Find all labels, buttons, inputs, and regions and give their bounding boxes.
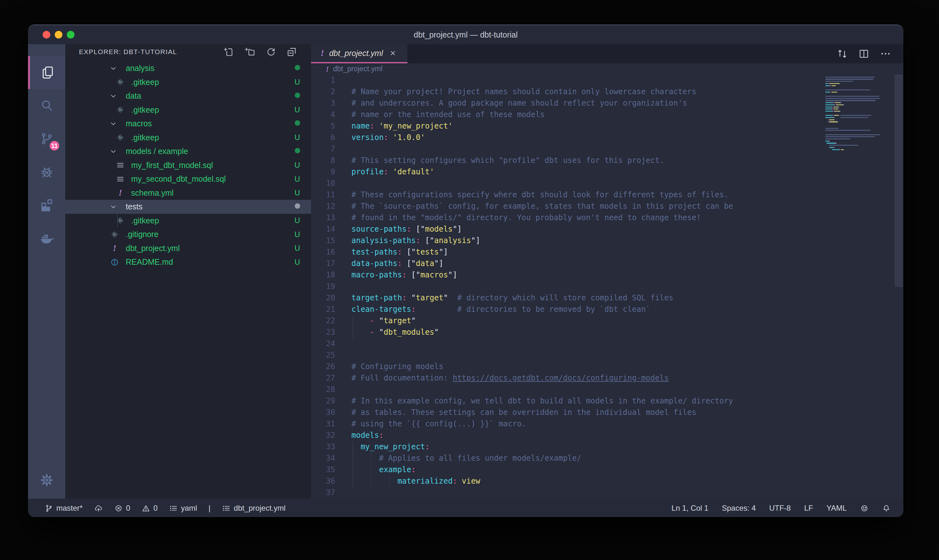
tree-folder-macros[interactable]: macros bbox=[65, 117, 311, 131]
tree-folder-tests[interactable]: tests bbox=[65, 200, 311, 214]
line-number: 3 bbox=[311, 97, 335, 109]
minimap-line bbox=[825, 149, 844, 150]
close-tab-icon[interactable]: × bbox=[390, 48, 396, 58]
status-publish[interactable] bbox=[94, 504, 103, 512]
tree-item-label: .gitkeep bbox=[131, 133, 159, 142]
line-number: 36 bbox=[311, 475, 335, 487]
line-number: 14 bbox=[311, 223, 335, 235]
new-file-button[interactable] bbox=[223, 47, 234, 57]
minimap[interactable] bbox=[825, 74, 892, 265]
status-bar: master*00yaml|dbt_project.yml Ln 1, Col … bbox=[28, 498, 904, 517]
branch-icon bbox=[45, 504, 53, 512]
activity-item-source-control[interactable]: 11 bbox=[28, 122, 65, 155]
warning-icon bbox=[142, 504, 150, 512]
line-number: 19 bbox=[311, 281, 335, 292]
minimap-line bbox=[825, 147, 834, 148]
source-control-badge: 11 bbox=[49, 140, 60, 151]
code-line-21: 21clean-targets: # directories to be rem… bbox=[311, 303, 904, 315]
collapse-all-button[interactable] bbox=[286, 47, 297, 57]
code-line-35: 35 example: bbox=[311, 464, 904, 475]
line-number: 25 bbox=[311, 349, 335, 361]
tree-folder-data[interactable]: data bbox=[65, 89, 311, 103]
minimap-line bbox=[825, 96, 879, 97]
status-notifications[interactable] bbox=[882, 504, 891, 512]
code-line-32: 32models: bbox=[311, 429, 904, 441]
tree-file-my-second-dbt-model-sql[interactable]: my_second_dbt_model.sqlU bbox=[65, 172, 311, 186]
new-folder-button[interactable] bbox=[245, 47, 255, 57]
status-file-status[interactable]: dbt_project.yml bbox=[222, 504, 286, 512]
activity-item-explorer[interactable] bbox=[28, 56, 65, 89]
code-line-9: 9profile: 'default' bbox=[311, 166, 904, 177]
status-feedback[interactable] bbox=[860, 504, 869, 512]
debug-icon bbox=[40, 165, 54, 179]
tree-file--gitkeep[interactable]: .gitkeepU bbox=[65, 131, 311, 145]
tree-file--gitkeep[interactable]: .gitkeepU bbox=[65, 75, 311, 89]
tree-file--gitkeep[interactable]: .gitkeepU bbox=[65, 214, 311, 228]
git-file-icon bbox=[110, 230, 119, 239]
sql-file-icon bbox=[116, 175, 125, 184]
minimap-line bbox=[825, 134, 880, 135]
tree-file-readme-md[interactable]: README.mdU bbox=[65, 255, 311, 269]
line-number: 13 bbox=[311, 212, 335, 223]
code-line-13: 13# found in the "models/" directory. Yo… bbox=[311, 212, 904, 223]
more-actions-button[interactable] bbox=[880, 48, 891, 60]
chevron-down-icon bbox=[109, 147, 117, 155]
minimap-line bbox=[825, 83, 840, 84]
code-editor[interactable]: 12# Name your project! Project names sho… bbox=[311, 74, 904, 498]
line-number: 29 bbox=[311, 395, 335, 407]
breadcrumb[interactable]: ! dbt_project.yml bbox=[311, 63, 904, 74]
tree-file-schema-yml[interactable]: !schema.ymlU bbox=[65, 186, 311, 200]
activity-item-search[interactable] bbox=[28, 89, 65, 122]
compare-icon bbox=[836, 48, 848, 60]
activity-item-debug[interactable] bbox=[28, 155, 65, 188]
code-line-30: 30# as tables. These settings can be ove… bbox=[311, 407, 904, 418]
line-number: 21 bbox=[311, 303, 335, 315]
status-warnings[interactable]: 0 bbox=[142, 504, 157, 512]
activity-item-extensions[interactable] bbox=[28, 188, 65, 222]
git-untracked-badge: U bbox=[292, 133, 303, 142]
split-editor-button[interactable] bbox=[858, 48, 870, 60]
code-line-28: 28 bbox=[311, 384, 904, 395]
collapse-all-icon bbox=[286, 47, 297, 57]
gear-icon bbox=[40, 473, 54, 488]
cloud-up-icon bbox=[94, 504, 103, 512]
status-yaml-status[interactable]: yaml bbox=[169, 504, 197, 512]
file-type-icon bbox=[115, 105, 125, 115]
tree-folder-models-example[interactable]: models / example bbox=[65, 145, 311, 158]
git-untracked-badge: U bbox=[292, 175, 303, 184]
code-line-27: 27# Full documentation: https://docs.get… bbox=[311, 372, 904, 384]
yaml-warning-icon: ! bbox=[113, 243, 117, 253]
code-line-31: 31# using the `{{ config(...) }}` macro. bbox=[311, 418, 904, 429]
status-git-branch[interactable]: master* bbox=[45, 504, 83, 512]
tree-item-label: tests bbox=[126, 202, 143, 211]
explorer-title: EXPLORER: DBT-TUTORIAL bbox=[79, 48, 223, 56]
tab-dbt-project-yml[interactable]: ! dbt_project.yml × bbox=[311, 44, 408, 63]
activity-item-docker[interactable] bbox=[28, 222, 65, 255]
status-indentation[interactable]: Spaces: 4 bbox=[722, 504, 756, 512]
tree-file--gitignore[interactable]: .gitignoreU bbox=[65, 228, 311, 242]
line-number: 28 bbox=[311, 384, 335, 395]
tree-file--gitkeep[interactable]: .gitkeepU bbox=[65, 103, 311, 117]
search-icon bbox=[40, 98, 54, 113]
status-encoding[interactable]: UTF-8 bbox=[769, 504, 791, 512]
activity-item-settings[interactable] bbox=[28, 464, 65, 497]
tree-file-my-first-dbt-model-sql[interactable]: my_first_dbt_model.sqlU bbox=[65, 158, 311, 172]
status-eol[interactable]: LF bbox=[804, 504, 813, 512]
status-language-mode[interactable]: YAML bbox=[826, 504, 847, 512]
open-changes-button[interactable] bbox=[836, 48, 848, 60]
line-number: 31 bbox=[311, 418, 335, 429]
vertical-scrollbar[interactable] bbox=[894, 74, 903, 287]
tree-item-label: schema.yml bbox=[131, 188, 174, 198]
status-errors[interactable]: 0 bbox=[114, 504, 130, 512]
refresh-button[interactable] bbox=[265, 47, 276, 57]
code-line-12: 12# The `source-paths` config, for examp… bbox=[311, 200, 904, 212]
new-file-icon bbox=[223, 47, 234, 57]
tree-folder-analysis[interactable]: analysis bbox=[65, 62, 311, 75]
tree-file-dbt-project-yml[interactable]: !dbt_project.ymlU bbox=[65, 242, 311, 255]
status-cursor-position[interactable]: Ln 1, Col 1 bbox=[672, 504, 708, 512]
breadcrumb-label: dbt_project.yml bbox=[333, 65, 383, 73]
minimap-line bbox=[825, 130, 871, 131]
tree-item-label: .gitkeep bbox=[131, 78, 159, 87]
code-line-17: 17data-paths: ["data"] bbox=[311, 258, 904, 269]
yaml-warning-icon: ! bbox=[326, 65, 329, 73]
